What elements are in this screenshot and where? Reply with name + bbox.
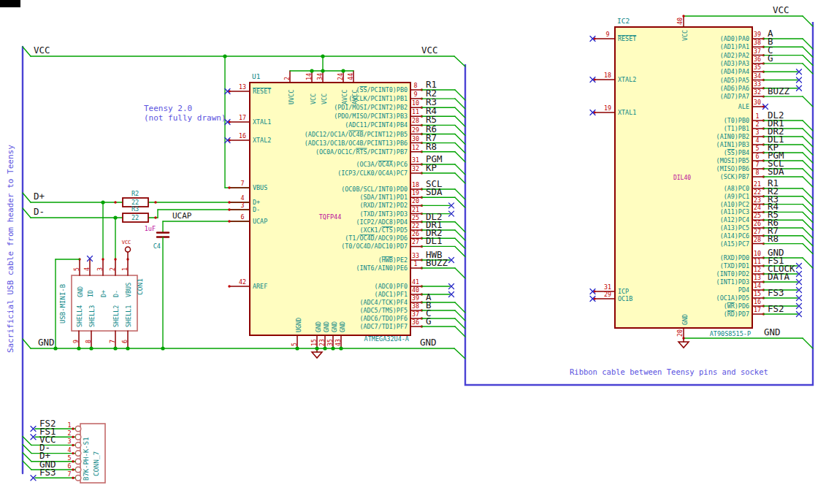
pin-name: (A12)PC4: [720, 216, 749, 224]
pin-name: GND: [77, 286, 84, 297]
pin-number: 1: [67, 421, 71, 429]
pin-name: (MISO)PB6: [716, 165, 749, 172]
pin-end-dot: [154, 216, 156, 218]
conn7-pin-circle: [75, 426, 81, 432]
net-label-dplus[interactable]: D+: [34, 191, 45, 202]
pin-number: 9: [413, 91, 417, 98]
net-label[interactable]: DL1: [426, 235, 443, 246]
note-teensy-2: (not fully drawn): [144, 113, 226, 123]
pin-number: 36: [754, 56, 761, 63]
pin-number: 13: [754, 274, 761, 281]
pin-number: 33: [412, 252, 419, 259]
pin-name: (WR)PD6: [724, 302, 749, 310]
conn7-pin-circle: [75, 459, 81, 465]
net-label[interactable]: SDA: [426, 186, 443, 197]
pin-name: (ADC1)PF1: [375, 291, 408, 298]
r3-resistor[interactable]: R322: [123, 205, 148, 222]
pin-number: 6: [755, 153, 759, 160]
pin-name: ICP: [618, 288, 629, 295]
net-label[interactable]: R8: [768, 233, 779, 244]
net-label[interactable]: BUZZ: [426, 257, 448, 268]
pin-number: 31: [412, 156, 419, 164]
pin-name: AREF: [253, 283, 267, 290]
pin-name: (RXD)PD0: [720, 254, 749, 261]
net-label[interactable]: SDA: [768, 166, 784, 177]
pin-name: (SS/PCINT0)PB0: [356, 86, 408, 93]
pin-name: (SCLK/PCINT1)PB1: [348, 95, 408, 102]
net-label-vcc[interactable]: VCC: [34, 45, 50, 56]
pin-name: (A9)PC1: [724, 193, 749, 200]
conn7-symbol[interactable]: B7K-PH-K-S1CONN_71FS22FS13VCC4D-5D+6GND7…: [23, 418, 105, 484]
pin-name: (AD6)PA6: [720, 85, 749, 92]
net-label-vcc[interactable]: VCC: [421, 45, 438, 56]
pin-end-dot: [72, 444, 74, 446]
u1-value: ATMEGA32U4-A: [364, 335, 409, 343]
schematic-canvas[interactable]: VCCVCCD+D-GNDGNDUCAPR222R3221uFC4U1ATMEG…: [0, 0, 826, 504]
net-label[interactable]: R8: [426, 141, 437, 152]
ic2-value: AT90S8515-P: [710, 330, 751, 337]
net-label[interactable]: G: [768, 53, 773, 64]
net-label-dminus[interactable]: D-: [34, 206, 45, 217]
net-label-vcc[interactable]: VCC: [773, 4, 789, 15]
pin-name: (INT1)PD3: [716, 278, 749, 286]
pin-end-dot: [72, 436, 74, 438]
net-label-gnd[interactable]: GND: [764, 327, 781, 337]
con1-value: USB-MINI-B: [59, 284, 66, 324]
r2-resistor[interactable]: R222: [123, 190, 148, 207]
junction-dot: [113, 346, 117, 350]
pin-number: 5: [73, 267, 80, 271]
pin-number: 26: [754, 220, 761, 227]
pin-name: (SCK)PB7: [720, 173, 749, 180]
wire: [455, 134, 465, 145]
net-label[interactable]: FS2: [768, 303, 784, 314]
u1-package: TQFP44: [319, 213, 342, 221]
pin-name: (ADC11/PCINT4)PB4: [345, 121, 408, 129]
pin-number: 31: [604, 283, 611, 291]
wire: [455, 152, 465, 162]
pin-name: ALE: [738, 103, 749, 110]
wire: [455, 197, 465, 207]
pin-number: 25: [754, 212, 761, 219]
conn7-value: B7K-PH-K-S1: [83, 437, 90, 481]
pin-name: (A8)PC0: [724, 185, 749, 192]
pin-number: 38: [754, 39, 761, 46]
net-label[interactable]: G: [426, 316, 432, 327]
net-label-ucap[interactable]: UCAP: [172, 211, 192, 221]
net-label[interactable]: DATA: [768, 271, 790, 282]
pin-end-dot: [72, 477, 74, 479]
pin-name: XTAL2: [253, 137, 271, 144]
pin-number: 30: [754, 99, 761, 106]
pin-name: XTAL1: [253, 118, 271, 126]
net-label[interactable]: KP: [426, 162, 437, 173]
wire: [455, 164, 465, 175]
junction-dot: [339, 346, 343, 350]
wire: [455, 246, 465, 256]
pin-number: 39: [412, 294, 419, 302]
c4-capacitor[interactable]: 1uFC4: [145, 221, 169, 348]
pin-name: (T0/OC4D/ADC10)PD7: [341, 243, 408, 250]
net-label[interactable]: FS3: [768, 287, 784, 298]
pin-number: 10: [412, 99, 419, 107]
pin-name: (OC0B/SCL/INT0)PD0: [341, 186, 408, 193]
gnd-power-symbol: [678, 338, 689, 348]
net-label[interactable]: BUZZ: [768, 85, 790, 96]
pin-number: 10: [754, 250, 761, 257]
net-label-gnd[interactable]: GND: [38, 337, 55, 348]
pin-name: (TXD/INT3)PD3: [359, 210, 408, 218]
pin-number: 5: [291, 343, 298, 346]
pin-name: (AIN1)PB3: [716, 141, 749, 148]
net-label[interactable]: FS3: [39, 467, 56, 478]
wire: [803, 177, 813, 187]
pin-number: 16: [754, 298, 761, 305]
wire: [803, 196, 813, 207]
pin-name: (AD2)PA2: [720, 52, 749, 59]
wire: [23, 47, 31, 56]
wire: [803, 121, 813, 131]
wire: [803, 137, 813, 147]
con1-symbol[interactable]: CON1USB-MINI-B5GND4ID3D+2D-1VBUS9SHELL48…: [59, 256, 144, 349]
pin-number: 7: [67, 470, 71, 478]
pin-name: SHELL2: [112, 305, 120, 327]
net-label-gnd[interactable]: GND: [420, 337, 437, 348]
wire: [803, 16, 813, 26]
pin-number: 4: [83, 267, 91, 271]
